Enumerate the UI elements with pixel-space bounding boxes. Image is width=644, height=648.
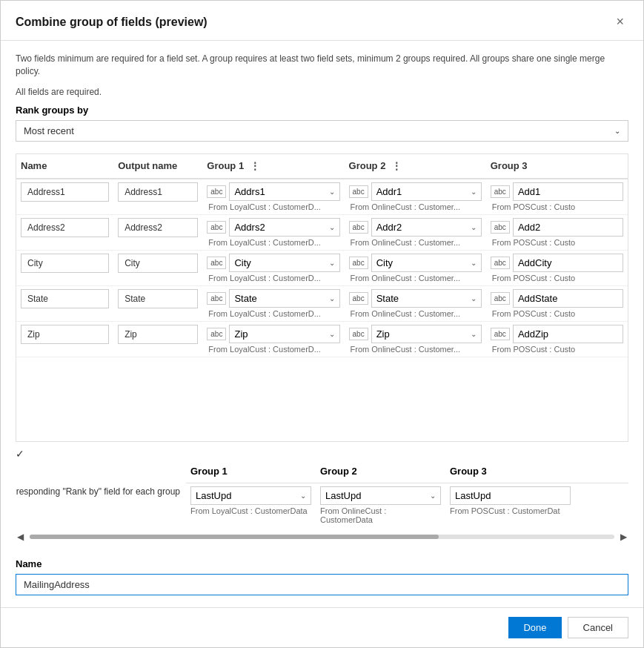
cell-name	[16, 250, 113, 285]
cell-name	[16, 321, 113, 357]
cell-group3: abc Add2 From POSCust : Custo	[486, 214, 628, 250]
abc-icon: abc	[207, 328, 226, 340]
name-field-1[interactable]	[21, 218, 109, 237]
abc-icon: abc	[491, 292, 510, 305]
scroll-left-button[interactable]: ◀	[16, 530, 25, 543]
scroll-thumb	[30, 535, 439, 539]
name-field-2[interactable]	[21, 254, 109, 273]
group2-from-3: From OnlineCust : Customer...	[349, 309, 482, 318]
name-label: Name	[16, 558, 628, 569]
bottom-rank-section: responding "Rank by" field for each grou…	[16, 466, 628, 524]
abc-icon: abc	[349, 328, 368, 340]
group3-dropdown-3[interactable]: AddState	[513, 289, 623, 308]
chevron-down-icon: ⌄	[329, 223, 335, 231]
output-field-4[interactable]	[118, 325, 198, 344]
chevron-down-icon: ⌄	[329, 259, 335, 267]
group1-dropdown-0[interactable]: Addrs1 ⌄	[229, 182, 339, 201]
table-row: abc Addrs1 ⌄ From LoyalCust : CustomerD.…	[16, 179, 628, 215]
group2-from-4: From OnlineCust : Customer...	[349, 345, 482, 354]
abc-icon: abc	[349, 257, 368, 269]
group2-dropdown-4[interactable]: Zip ⌄	[371, 325, 482, 343]
group1-kebab-icon[interactable]: ⋮	[247, 160, 263, 172]
cancel-button[interactable]: Cancel	[568, 617, 628, 638]
group3-from-0: From POSCust : Custo	[491, 202, 623, 211]
group2-dropdown-1[interactable]: Addr2 ⌄	[371, 218, 482, 237]
bottom-group3-header: Group 3	[445, 466, 575, 480]
cell-group1: abc Addrs1 ⌄ From LoyalCust : CustomerD.…	[202, 179, 344, 215]
group3-dropdown-0[interactable]: Add1	[513, 182, 623, 201]
name-section: Name	[16, 558, 628, 595]
rank-dropdown[interactable]: Most recent ⌄	[16, 120, 628, 142]
group1-dropdown-1[interactable]: Addrs2 ⌄	[229, 218, 339, 237]
cell-group2: abc City ⌄ From OnlineCust : Customer...	[345, 250, 486, 285]
group1-from-1: From LoyalCust : CustomerD...	[207, 238, 339, 247]
group2-from-0: From OnlineCust : Customer...	[349, 202, 482, 211]
close-button[interactable]: ×	[611, 13, 628, 31]
scrollbar-row: ◀ ▶	[16, 530, 628, 543]
abc-icon: abc	[207, 292, 226, 305]
group2-dropdown-0[interactable]: Addr1 ⌄	[371, 182, 482, 201]
group1-dropdown-2[interactable]: City ⌄	[229, 254, 339, 272]
chevron-down-icon: ⌄	[300, 492, 306, 500]
group3-dropdown-4[interactable]: AddZip	[513, 325, 623, 343]
output-field-1[interactable]	[118, 218, 198, 237]
done-button[interactable]: Done	[508, 617, 561, 638]
cell-group3: abc AddZip From POSCust : Custo	[486, 321, 628, 357]
chevron-down-icon: ⌄	[471, 259, 477, 267]
output-field-2[interactable]	[118, 254, 198, 273]
table-row: abc Zip ⌄ From LoyalCust : CustomerD... …	[16, 321, 628, 357]
combine-fields-dialog: Combine group of fields (preview) × Two …	[0, 0, 644, 648]
col-header-group3: Group 3	[486, 154, 628, 179]
cell-group3: abc AddCity From POSCust : Custo	[486, 250, 628, 285]
chevron-down-icon: ⌄	[471, 188, 477, 196]
scroll-right-button[interactable]: ▶	[619, 530, 628, 543]
bottom-group1-dropdown[interactable]: LastUpd ⌄	[190, 486, 311, 505]
col-header-name: Name	[16, 154, 113, 179]
abc-icon: abc	[349, 292, 368, 305]
group1-from-2: From LoyalCust : CustomerD...	[207, 274, 339, 282]
cell-name	[16, 214, 113, 250]
group3-from-4: From POSCust : Custo	[491, 345, 623, 354]
chevron-down-icon: ⌄	[430, 492, 436, 500]
group2-kebab-icon[interactable]: ⋮	[388, 160, 405, 172]
chevron-down-icon: ⌄	[329, 294, 335, 302]
dialog-body: Two fields minimum are required for a fi…	[1, 41, 643, 607]
name-input[interactable]	[16, 574, 628, 595]
abc-icon: abc	[207, 257, 226, 269]
cell-output	[113, 321, 202, 357]
cell-output	[113, 179, 202, 215]
cell-group2: abc State ⌄ From OnlineCust : Customer..…	[345, 285, 486, 321]
bottom-group2-dropdown[interactable]: LastUpd ⌄	[320, 486, 441, 505]
bottom-group1-from: From LoyalCust : CustomerData	[190, 506, 311, 515]
abc-icon: abc	[207, 221, 226, 234]
group1-from-3: From LoyalCust : CustomerD...	[207, 309, 339, 318]
group3-dropdown-2[interactable]: AddCity	[513, 254, 623, 272]
group1-dropdown-3[interactable]: State ⌄	[229, 289, 339, 308]
group1-from-4: From LoyalCust : CustomerD...	[207, 345, 339, 354]
col-header-output: Output name	[113, 154, 202, 179]
group2-dropdown-3[interactable]: State ⌄	[371, 289, 482, 308]
group3-dropdown-1[interactable]: Add2	[513, 218, 623, 237]
scroll-track[interactable]	[30, 535, 614, 539]
name-field-4[interactable]	[21, 325, 109, 344]
name-field-3[interactable]	[21, 289, 109, 308]
output-field-3[interactable]	[118, 289, 198, 308]
bottom-group3-dropdown[interactable]: LastUpd	[450, 486, 571, 505]
fields-grid: Name Output name Group 1 ⋮ Group 2 ⋮	[16, 153, 628, 442]
group3-from-3: From POSCust : Custo	[491, 309, 623, 318]
table-row: abc Addrs2 ⌄ From LoyalCust : CustomerD.…	[16, 214, 628, 250]
chevron-down-icon: ⌄	[471, 294, 477, 302]
name-field-0[interactable]	[21, 182, 109, 202]
abc-icon: abc	[491, 221, 510, 234]
fields-table: Name Output name Group 1 ⋮ Group 2 ⋮	[16, 154, 628, 357]
output-field-0[interactable]	[118, 182, 198, 202]
group2-dropdown-2[interactable]: City ⌄	[371, 254, 482, 272]
cell-group3: abc Add1 From POSCust : Custo	[486, 179, 628, 215]
chevron-down-icon: ⌄	[329, 188, 335, 196]
cell-group1: abc State ⌄ From LoyalCust : CustomerD..…	[202, 285, 344, 321]
cell-output	[113, 214, 202, 250]
abc-icon: abc	[349, 221, 368, 234]
abc-icon: abc	[349, 185, 368, 198]
group1-dropdown-4[interactable]: Zip ⌄	[229, 325, 339, 343]
abc-icon: abc	[491, 185, 510, 198]
